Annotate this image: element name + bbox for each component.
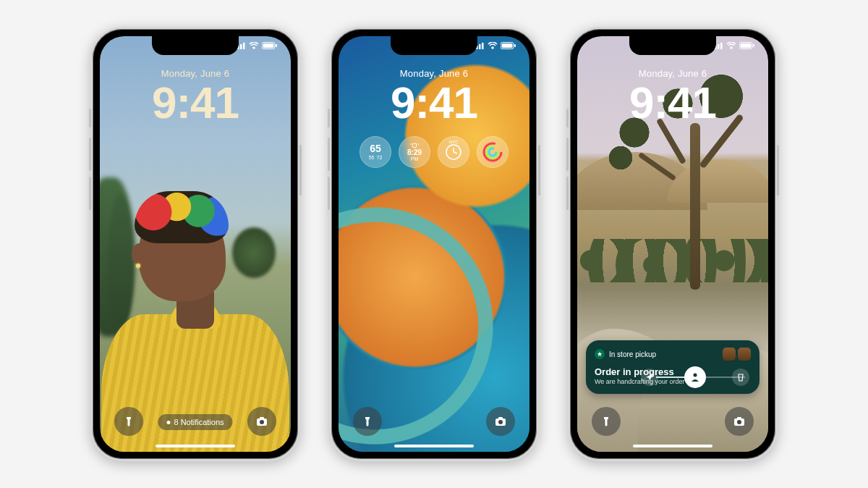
wifi-icon	[488, 42, 498, 49]
alarm-icon	[410, 143, 419, 148]
home-indicator[interactable]	[394, 445, 474, 447]
svg-rect-15	[502, 43, 513, 48]
clock-time: 8:29	[407, 148, 422, 156]
status-bar	[234, 42, 278, 49]
lockscreen-3: Monday, June 6 9:41 ★ In store pickup Or…	[577, 36, 768, 452]
svg-rect-29	[718, 44, 720, 49]
svg-rect-2	[240, 44, 242, 49]
worldclock-city: NYC	[449, 140, 459, 145]
flashlight-button[interactable]	[353, 407, 382, 436]
widget-row: 65 55 72 8:29 PM NYC	[339, 136, 529, 168]
datetime: Monday, June 6 9:41	[577, 68, 768, 125]
phone-1: Monday, June 6 9:41 8 Notifications	[90, 27, 300, 461]
svg-point-8	[260, 420, 264, 424]
battery-icon	[739, 42, 755, 49]
wifi-icon	[726, 42, 736, 49]
weather-temp: 65	[370, 143, 381, 154]
notch	[391, 36, 477, 55]
flashlight-button[interactable]	[114, 407, 143, 436]
svg-line-20	[454, 152, 457, 153]
barista-icon	[690, 372, 700, 382]
activity-widget[interactable]	[477, 136, 509, 168]
svg-point-34	[694, 374, 697, 377]
status-bar	[473, 42, 516, 49]
svg-rect-32	[741, 43, 752, 48]
notch	[152, 36, 239, 55]
svg-rect-30	[720, 43, 723, 49]
lockscreen-1: Monday, June 6 9:41 8 Notifications	[100, 36, 291, 452]
cup-icon	[736, 373, 745, 382]
phone-3: Monday, June 6 9:41 ★ In store pickup Or…	[568, 27, 778, 461]
progress-step-sent	[641, 369, 658, 386]
svg-rect-16	[514, 44, 516, 47]
activity-rings-icon	[482, 141, 503, 163]
svg-rect-9	[260, 417, 264, 419]
battery-icon	[501, 42, 516, 49]
wifi-icon	[249, 42, 259, 49]
svg-rect-37	[737, 417, 741, 419]
svg-rect-6	[276, 44, 277, 47]
svg-point-23	[489, 148, 496, 156]
order-thumbnails	[723, 348, 751, 361]
battery-icon	[262, 42, 278, 49]
flashlight-button[interactable]	[592, 407, 621, 436]
lockscreen-time: 9:41	[339, 80, 529, 125]
svg-point-25	[498, 420, 503, 424]
lockscreen-2: Monday, June 6 9:41 65 55 72 8:29 PM NYC	[339, 36, 529, 452]
home-indicator[interactable]	[633, 445, 712, 447]
svg-rect-3	[243, 43, 245, 49]
notch	[629, 36, 716, 55]
clock-widget[interactable]: 8:29 PM	[399, 136, 430, 168]
progress-step-ready	[732, 369, 749, 386]
live-activity-card[interactable]: ★ In store pickup Order in progress We a…	[586, 340, 760, 394]
svg-rect-13	[482, 43, 484, 49]
lockscreen-time: 9:41	[100, 80, 291, 125]
camera-icon	[256, 416, 268, 426]
svg-rect-26	[498, 417, 503, 419]
camera-button[interactable]	[247, 407, 276, 436]
flashlight-icon	[362, 416, 373, 427]
svg-rect-12	[479, 44, 481, 49]
flashlight-icon	[600, 416, 612, 427]
svg-rect-5	[263, 43, 274, 48]
svg-point-36	[737, 420, 741, 424]
svg-rect-33	[753, 44, 754, 47]
camera-icon	[495, 416, 506, 426]
camera-icon	[733, 416, 745, 426]
weather-widget[interactable]: 65 55 72	[359, 136, 391, 168]
status-bar	[712, 42, 755, 49]
live-activity-brand: In store pickup	[609, 350, 656, 358]
phone-2: Monday, June 6 9:41 65 55 72 8:29 PM NYC	[329, 27, 539, 461]
clock-ampm: PM	[411, 156, 419, 162]
camera-button[interactable]	[725, 407, 754, 436]
svg-point-17	[412, 143, 417, 148]
progress-step-preparing	[684, 366, 706, 388]
home-indicator[interactable]	[156, 445, 235, 447]
camera-button[interactable]	[486, 407, 515, 436]
flashlight-icon	[123, 416, 135, 427]
starbucks-icon: ★	[595, 349, 605, 359]
worldclock-widget[interactable]: NYC	[438, 136, 469, 168]
lockscreen-time: 9:41	[577, 80, 768, 125]
datetime: Monday, June 6 9:41	[100, 68, 291, 125]
datetime: Monday, June 6 9:41	[339, 68, 529, 125]
clockface-icon	[446, 144, 461, 160]
location-arrow-icon	[645, 373, 654, 382]
